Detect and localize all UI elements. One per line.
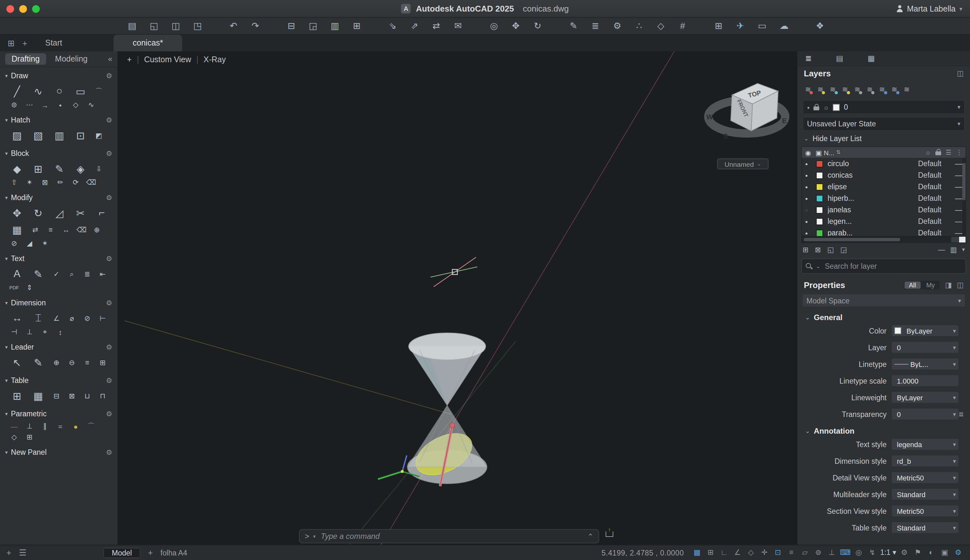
property-value[interactable]: legenda ▾ <box>892 439 958 450</box>
attribute-edit-tool[interactable]: ✏ <box>53 177 68 188</box>
checkbox-icon[interactable]: ▣ <box>815 148 822 156</box>
pdf-export-icon[interactable]: ⇗ <box>407 21 422 30</box>
layer-color-swatch[interactable] <box>816 160 823 167</box>
perpendicular-constraint-tool[interactable]: ⊥ <box>22 421 37 432</box>
overflow-icon[interactable]: ⋮ <box>956 149 962 156</box>
chevron-down-icon[interactable]: ▾ <box>962 246 965 253</box>
split-cells-tool[interactable]: ⊓ <box>95 390 110 401</box>
text-align-tool[interactable]: ≣ <box>80 268 95 279</box>
fillet-tool[interactable]: ⌐ <box>91 205 112 221</box>
zoom-button[interactable] <box>32 5 40 13</box>
general-section-header[interactable]: ⌄ General <box>797 310 970 324</box>
sort-icon[interactable]: ⇅ <box>836 150 840 155</box>
layer-row[interactable]: ● parab... Default — <box>802 227 965 236</box>
chevron-down-icon[interactable]: ▾ <box>953 441 956 447</box>
layer-book-icon[interactable]: ≣ <box>588 21 602 30</box>
share-icon[interactable] <box>606 531 613 537</box>
disclosure-triangle-icon[interactable]: ▾ <box>5 344 8 350</box>
property-value[interactable]: 0 ▾ <box>892 342 958 353</box>
disclosure-triangle-icon[interactable]: ▾ <box>5 378 8 383</box>
chevron-down-icon[interactable]: ▾ <box>953 508 956 514</box>
layer-search[interactable]: ⌄ <box>801 258 966 274</box>
current-layer-control[interactable]: ● ☼ 0 ▾ <box>803 100 965 114</box>
auto-hide-icon[interactable]: ◫ <box>957 69 963 77</box>
minimize-button[interactable] <box>19 5 27 13</box>
layer-list-scrollbar[interactable] <box>962 158 965 235</box>
chevron-down-icon[interactable]: ▾ <box>957 104 960 110</box>
table-tool[interactable]: ⊞ <box>7 387 28 404</box>
property-value[interactable]: 0 ▾ <box>892 408 958 420</box>
filter-all-button[interactable]: All <box>904 281 920 288</box>
lineweight-icon[interactable]: ≡ <box>786 549 797 557</box>
sync-attributes-tool[interactable]: ⟳ <box>68 177 83 188</box>
find-text-tool[interactable]: ⌕ <box>64 268 80 279</box>
insert-column-tool[interactable]: ⊠ <box>64 390 80 401</box>
command-collapse-icon[interactable]: ⌃ <box>588 532 593 540</box>
collapse-icon[interactable]: — <box>938 246 945 253</box>
attribute-define-tool[interactable]: ⊠ <box>37 177 53 188</box>
point-style-icon[interactable]: ∴ <box>632 21 646 30</box>
layout-grid-icon[interactable]: ⊞ <box>712 21 725 30</box>
fix-constraint-tool[interactable]: ● <box>68 421 83 432</box>
layer-search-input[interactable] <box>823 262 962 271</box>
tab-modeling[interactable]: Modeling <box>49 53 94 65</box>
dimension-style-tool[interactable]: ⌶ <box>28 310 49 327</box>
circle-tool[interactable]: ○ <box>49 83 70 100</box>
layer-visibility-toggle[interactable]: ● <box>805 161 812 166</box>
layer-unlock-icon[interactable]: ≋ <box>867 85 872 93</box>
grid-icon[interactable]: ▦ <box>692 549 702 557</box>
viewcube-view-dropdown[interactable]: Unnamed ⌄ <box>717 158 768 169</box>
properties-dock-icon[interactable]: ◫ <box>957 281 963 289</box>
chevron-down-icon[interactable]: ▾ <box>953 411 956 417</box>
layer-lock-icon[interactable]: ≋ <box>855 85 860 93</box>
cloud-share-icon[interactable]: ☁ <box>777 21 791 30</box>
layer-unisolate-icon[interactable]: ≋ <box>892 85 897 93</box>
hide-layer-list-toggle[interactable]: ⌄ Hide Layer List <box>797 132 970 145</box>
layers-tab-icon[interactable]: ≣ <box>805 54 812 63</box>
plot-icon[interactable]: ⊟ <box>284 21 298 30</box>
viewcube[interactable]: TOP FRONT W S E <box>698 69 796 149</box>
point-tool[interactable]: • <box>53 100 68 110</box>
write-block-tool[interactable]: ✎ <box>49 160 70 177</box>
resize-grip[interactable] <box>959 237 965 242</box>
dynamic-ucs-icon[interactable]: ⊥ <box>826 549 837 557</box>
dimension-break-tool[interactable]: ↕ <box>53 327 68 337</box>
panel-settings-icon[interactable]: ⚙ <box>106 343 112 351</box>
property-suffix-icon[interactable]: ≣ <box>958 410 966 418</box>
array-tool[interactable]: ▦ <box>7 221 28 238</box>
autoscale-icon[interactable]: ↯ <box>867 549 878 557</box>
workspace-icon[interactable]: ⚙ <box>899 549 910 557</box>
command-bar[interactable]: > ▾ ⌃ <box>299 529 599 543</box>
polygon-tool[interactable]: ◇ <box>68 100 83 110</box>
chevron-down-icon[interactable]: ▾ <box>953 394 956 401</box>
properties-settings-icon[interactable]: ◨ <box>945 281 952 289</box>
trim-tool[interactable]: ✂ <box>70 205 91 221</box>
blocks-tab-icon[interactable]: ▤ <box>836 54 843 63</box>
new-layout-button[interactable]: + <box>148 548 153 557</box>
named-views-icon[interactable]: ◎ <box>487 21 501 30</box>
add-panel-button[interactable]: + <box>7 548 11 557</box>
graphics-performance-icon[interactable]: ▣ <box>939 549 950 557</box>
columns-icon[interactable]: ▥ <box>950 245 957 254</box>
explode-block-tool[interactable]: ✶ <box>22 177 37 188</box>
annotation-monitor-icon[interactable]: ⚑ <box>912 549 923 557</box>
break-tool[interactable]: ⊘ <box>7 238 22 249</box>
panel-settings-icon[interactable]: ⚙ <box>106 116 112 124</box>
layer-isolate-icon[interactable]: ≋ <box>879 85 885 93</box>
close-button[interactable] <box>7 5 14 13</box>
single-text-tool[interactable]: ✎ <box>28 265 49 282</box>
mirror-tool[interactable]: ⇄ <box>28 224 43 235</box>
ray-tool[interactable]: → <box>37 100 53 110</box>
sun-icon[interactable]: ☼ <box>925 149 931 156</box>
equal-constraint-tool[interactable]: = <box>53 421 68 432</box>
disclosure-triangle-icon[interactable]: ▾ <box>5 300 8 306</box>
text-scale-tool[interactable]: ⇕ <box>22 282 37 293</box>
multileader-style-tool[interactable]: ✎ <box>28 354 49 371</box>
annotation-section-header[interactable]: ⌄ Annotation <box>797 424 970 437</box>
boundary-tool[interactable]: ⊡ <box>70 127 91 144</box>
polar-tracking-icon[interactable]: ∠ <box>732 549 743 557</box>
tangent-constraint-tool[interactable]: ⌒ <box>83 421 99 432</box>
layer-color-swatch[interactable] <box>816 229 823 236</box>
block-editor-tool[interactable]: ◈ <box>70 160 91 177</box>
chevron-down-icon[interactable]: ▾ <box>953 344 956 350</box>
